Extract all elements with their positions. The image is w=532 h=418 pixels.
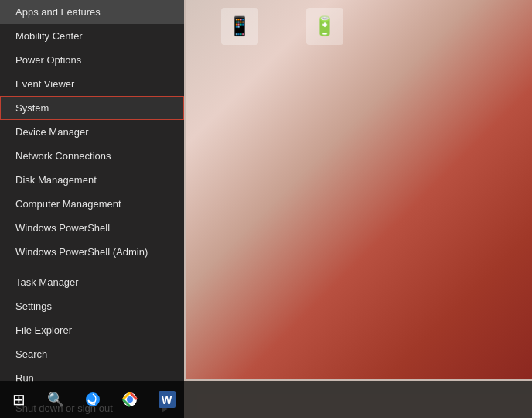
desktop-background: [186, 0, 532, 379]
desktop-icon-image: 🔋: [306, 8, 343, 45]
menu-item-label: Apps and Features: [15, 6, 101, 18]
menu-item-label: Settings: [15, 300, 52, 312]
taskbar-search-icon[interactable]: 🔍: [37, 381, 74, 418]
menu-item-system[interactable]: System: [0, 96, 184, 120]
desktop-icons-area: 📱 🔋: [201, 0, 363, 56]
desktop-icon[interactable]: 🔋: [294, 8, 356, 48]
menu-item-label: Task Manager: [15, 276, 79, 288]
menu-item-label: File Explorer: [15, 324, 72, 336]
menu-item-mobility-center[interactable]: Mobility Center: [0, 24, 184, 48]
taskbar-chrome-icon[interactable]: [111, 381, 148, 418]
desktop-icon[interactable]: 📱: [209, 8, 271, 48]
taskbar-word-icon[interactable]: W: [148, 381, 186, 418]
menu-item-settings[interactable]: Settings: [0, 294, 184, 318]
menu-item-windows-powershell-admin[interactable]: Windows PowerShell (Admin): [0, 240, 184, 264]
svg-text:W: W: [162, 394, 172, 406]
menu-item-apps-features[interactable]: Apps and Features: [0, 0, 184, 24]
menu-item-task-manager[interactable]: Task Manager: [0, 270, 184, 294]
menu-item-windows-powershell[interactable]: Windows PowerShell: [0, 216, 184, 240]
menu-item-network-connections[interactable]: Network Connections: [0, 144, 184, 168]
menu-item-label: Windows PowerShell (Admin): [15, 246, 148, 258]
menu-item-label: Disk Management: [15, 174, 97, 186]
menu-item-label: Windows PowerShell: [15, 222, 110, 234]
menu-item-label: Device Manager: [15, 126, 89, 138]
menu-item-label: Event Viewer: [15, 78, 74, 90]
menu-item-label: System: [15, 102, 49, 114]
desktop-icon-image: 📱: [221, 8, 258, 45]
menu-item-power-options[interactable]: Power Options: [0, 48, 184, 72]
menu-item-file-explorer[interactable]: File Explorer: [0, 318, 184, 342]
menu-item-computer-management[interactable]: Computer Management: [0, 192, 184, 216]
menu-item-label: Power Options: [15, 54, 81, 66]
context-menu: Apps and FeaturesMobility CenterPower Op…: [0, 0, 184, 418]
menu-item-label: Computer Management: [15, 198, 121, 210]
menu-item-label: Search: [15, 348, 47, 360]
svg-point-2: [127, 396, 133, 403]
menu-item-device-manager[interactable]: Device Manager: [0, 120, 184, 144]
menu-item-disk-management[interactable]: Disk Management: [0, 168, 184, 192]
taskbar-edge-icon[interactable]: [74, 381, 111, 418]
menu-item-event-viewer[interactable]: Event Viewer: [0, 72, 184, 96]
taskbar: ⊞ 🔍 W: [0, 381, 532, 418]
menu-item-label: Mobility Center: [15, 30, 83, 42]
menu-item-search[interactable]: Search: [0, 342, 184, 366]
start-button[interactable]: ⊞: [0, 381, 37, 418]
menu-item-label: Network Connections: [15, 150, 111, 162]
